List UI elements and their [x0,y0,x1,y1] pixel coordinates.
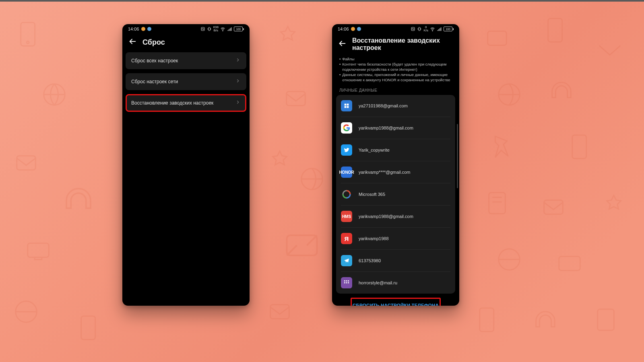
account-row[interactable]: Microsoft 365 [341,183,450,206]
account-row[interactable]: HONOR yarikvamp****@gmail.com [341,161,450,183]
svg-rect-11 [270,305,289,319]
decorative-doodle [543,16,572,44]
decorative-doodle [282,225,322,265]
account-row[interactable]: HMS yarikvamp1988@gmail.com [341,206,450,228]
microsoft365-icon [341,189,352,200]
signal-icon [437,27,442,32]
back-button[interactable] [338,39,347,49]
decorative-doodle [12,298,40,326]
decorative-doodle [298,165,326,193]
svg-point-1 [27,41,29,44]
svg-point-9 [301,169,323,190]
account-row[interactable]: Я yarikvamp1988 [341,228,450,250]
decorative-doodle [487,133,515,161]
windows-icon [341,100,352,111]
vibrate-icon [417,27,422,31]
svg-rect-19 [559,257,580,271]
svg-rect-35 [348,280,349,282]
status-time: 14:06 [128,27,139,31]
svg-rect-26 [419,27,420,31]
svg-rect-16 [489,193,506,214]
decorative-doodle [12,149,40,177]
phone-left: 14:06 638B/s 100 Сброс Сброс всех настро… [122,24,250,306]
page-title: Сброс [142,38,165,47]
bullet-text: Файлы [342,56,354,62]
svg-rect-20 [480,308,494,331]
decorative-doodle [555,249,584,278]
accounts-list[interactable]: ya27101988@gmail.com yarikvamp1988@gmail… [336,95,455,294]
account-row[interactable]: ya27101988@gmail.com [341,95,450,117]
decorative-doodle [60,181,97,217]
svg-rect-10 [287,235,317,255]
account-row[interactable]: horrorstyle@mail.ru [341,272,450,294]
bullet-text: Данные системы, приложений и личные данн… [342,72,452,82]
option-factory-reset[interactable]: Восстановление заводских настроек [126,94,246,112]
account-name: yarikvamp1988@gmail.com [359,214,413,219]
reset-phone-button[interactable]: СБРОСИТЬ НАСТРОЙКИ ТЕЛЕФОНА [351,298,441,306]
svg-rect-30 [345,106,347,108]
account-row[interactable]: yarikvamp1988@gmail.com [341,117,450,139]
svg-rect-13 [548,19,562,42]
account-row[interactable]: 613753980 [341,250,450,272]
yandex-icon: Я [341,233,352,244]
account-name: yarikvamp1988@gmail.com [359,125,413,130]
decorative-doodle [475,306,503,334]
account-name: yarikvamp1988 [359,236,389,241]
battery-icon: 100 [444,27,454,31]
svg-rect-8 [287,92,305,106]
section-header-personal-data: ЛИЧНЫЕ ДАННЫЕ [332,84,459,95]
reset-button-label: СБРОСИТЬ НАСТРОЙКИ ТЕЛЕФОНА [353,303,439,306]
svg-rect-17 [544,200,563,214]
status-notification-icon [351,27,355,31]
google-icon [341,122,352,134]
option-reset-all-settings[interactable]: Сброс всех настроек [126,52,246,69]
tutorial-page: 14:06 638B/s 100 Сброс Сброс всех настро… [0,0,644,362]
phone-right: 14:06 0K/s 100 Восстановление заводских … [332,24,459,306]
account-name: Yarik_copywrite [359,148,390,152]
decorative-doodle [24,237,52,265]
decorative-doodle [495,80,523,109]
svg-rect-5 [35,257,42,260]
decorative-doodle [282,84,310,113]
svg-point-24 [223,31,223,31]
decorative-doodle [40,80,68,109]
back-button[interactable] [128,37,137,47]
svg-rect-23 [208,27,210,31]
wifi-icon [220,27,225,32]
android-app-icon [341,277,352,288]
svg-rect-31 [347,106,349,108]
decorative-doodle [266,298,294,326]
account-row[interactable]: Yarik_copywrite [341,139,450,161]
account-name: Microsoft 365 [359,192,385,197]
chevron-right-icon [235,78,241,85]
nfc-icon [411,27,415,31]
status-notification-icon [357,27,361,31]
honor-icon: HONOR [341,167,352,178]
svg-rect-3 [17,156,36,170]
status-notification-icon [147,27,151,31]
decorative-doodle [76,314,105,342]
option-label: Сброс настроек сети [131,79,178,84]
svg-rect-37 [346,282,347,284]
svg-rect-12 [488,31,507,45]
status-bar: 14:06 0K/s 100 [332,24,459,34]
chevron-right-icon [235,57,241,64]
account-name: yarikvamp****@gmail.com [359,170,411,175]
status-time: 14:06 [338,27,349,31]
svg-rect-38 [348,282,349,284]
decorative-doodle [266,149,294,177]
reset-options-list: Сброс всех настроек Сброс настроек сети … [122,52,250,112]
account-name: horrorstyle@mail.ru [359,280,397,285]
battery-icon: 100 [234,27,244,31]
status-bar: 14:06 638B/s 100 [122,24,250,34]
decorative-doodle [568,133,596,161]
svg-rect-15 [572,135,586,158]
option-reset-network-settings[interactable]: Сброс настроек сети [126,73,246,90]
svg-rect-28 [345,104,347,106]
page-title: Восстановление заводских настроек [352,37,454,51]
telegram-icon [341,255,352,266]
bullet-text: Контент чипа безопасности (будет удален … [342,62,452,72]
svg-rect-36 [344,282,345,284]
svg-rect-33 [344,280,345,282]
decorative-doodle [483,189,511,217]
